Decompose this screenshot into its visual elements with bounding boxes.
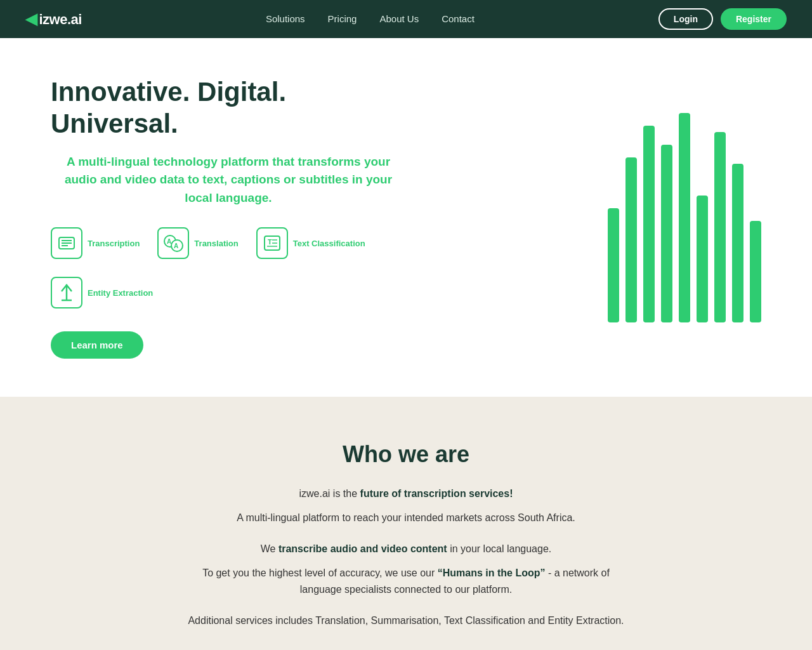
sound-bar bbox=[750, 221, 761, 322]
hero-subtitle: A multi-lingual technology platform that… bbox=[51, 153, 406, 208]
navbar: ◀izwe.ai Solutions Pricing About Us Cont… bbox=[0, 0, 812, 38]
translation-icon: A A bbox=[157, 227, 189, 259]
logo-icon: ◀ bbox=[25, 10, 37, 27]
nav-item-contact[interactable]: Contact bbox=[442, 13, 475, 25]
who-title: Who we are bbox=[51, 441, 761, 468]
transcription-label: Transcription bbox=[88, 239, 140, 248]
who-paragraph-1: izwe.ai is the future of transcription s… bbox=[184, 486, 628, 502]
nav-item-pricing[interactable]: Pricing bbox=[328, 13, 357, 25]
sound-bar bbox=[643, 126, 655, 322]
svg-text:A: A bbox=[167, 238, 171, 245]
svg-text:T: T bbox=[268, 238, 272, 246]
nav-item-solutions[interactable]: Solutions bbox=[266, 13, 305, 25]
hero-features: Transcription A A Translation bbox=[51, 227, 406, 308]
who-paragraph-3: We transcribe audio and video content in… bbox=[184, 541, 628, 557]
who-paragraph-4: To get you the highest level of accuracy… bbox=[184, 565, 628, 597]
nav-item-about[interactable]: About Us bbox=[379, 13, 419, 25]
sound-bar bbox=[697, 196, 708, 322]
who-we-are-section: Who we are izwe.ai is the future of tran… bbox=[0, 397, 812, 650]
nav-menu: Solutions Pricing About Us Contact bbox=[266, 13, 475, 25]
hero-section: Innovative. Digital. Universal. A multi-… bbox=[0, 38, 812, 397]
transcription-icon bbox=[51, 227, 82, 259]
sound-bar bbox=[732, 164, 743, 322]
text-classification-icon: T bbox=[256, 227, 288, 259]
sound-bar bbox=[679, 113, 690, 322]
translation-label: Translation bbox=[194, 239, 238, 248]
hero-title: Innovative. Digital. Universal. bbox=[51, 76, 406, 140]
hero-content: Innovative. Digital. Universal. A multi-… bbox=[51, 76, 406, 359]
hero-visual bbox=[608, 113, 761, 322]
sound-bar bbox=[714, 132, 726, 322]
feature-text-classification: T Text Classification bbox=[256, 227, 365, 259]
login-button[interactable]: Login bbox=[658, 8, 713, 30]
sound-bar bbox=[608, 208, 619, 322]
nav-actions: Login Register bbox=[658, 8, 787, 30]
text-classification-label: Text Classification bbox=[293, 239, 365, 248]
register-button[interactable]: Register bbox=[721, 8, 787, 30]
logo-text: ◀izwe.ai bbox=[25, 10, 82, 28]
who-paragraph-5: Additional services includes Translation… bbox=[184, 613, 628, 629]
feature-transcription: Transcription bbox=[51, 227, 140, 259]
entity-extraction-label: Entity Extraction bbox=[88, 288, 153, 298]
feature-translation: A A Translation bbox=[157, 227, 238, 259]
sound-bar bbox=[661, 145, 672, 322]
learn-more-button[interactable]: Learn more bbox=[51, 331, 143, 359]
feature-entity-extraction: Entity Extraction bbox=[51, 277, 153, 308]
who-paragraph-2: A multi-lingual platform to reach your i… bbox=[184, 510, 628, 526]
logo[interactable]: ◀izwe.ai bbox=[25, 10, 82, 28]
svg-text:A: A bbox=[174, 242, 178, 249]
entity-extraction-icon bbox=[51, 277, 82, 308]
sound-bar bbox=[625, 157, 637, 322]
